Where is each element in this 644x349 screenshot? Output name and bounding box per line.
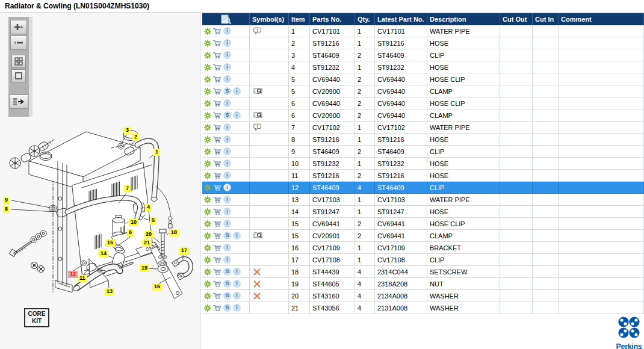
supersession-icon[interactable]: S: [223, 232, 231, 239]
add-gear-icon[interactable]: [204, 220, 211, 227]
table-row-item-7[interactable]: i!7CV171021CV17102WATER PIPE: [202, 122, 644, 134]
cart-icon[interactable]: [213, 292, 221, 300]
supersession-icon[interactable]: S: [223, 87, 231, 95]
info-icon[interactable]: i: [233, 87, 241, 95]
info-icon[interactable]: i: [223, 135, 231, 143]
cart-icon[interactable]: [213, 123, 221, 131]
add-gear-icon[interactable]: [204, 256, 211, 264]
table-row-item-10[interactable]: i10ST912321ST91232HOSE: [202, 158, 644, 170]
callout-label-3[interactable]: 3: [124, 127, 131, 134]
add-gear-icon[interactable]: [204, 40, 211, 47]
callout-label-16[interactable]: 16: [152, 283, 162, 291]
info-icon[interactable]: i: [223, 220, 231, 227]
cart-icon[interactable]: [213, 39, 221, 47]
supersession-icon[interactable]: S: [223, 268, 231, 276]
cart-icon[interactable]: [213, 184, 221, 191]
info-icon[interactable]: i: [223, 51, 231, 59]
catalog-book-magnifier-icon[interactable]: [253, 111, 262, 119]
table-row-item-6[interactable]: i6CV694402CV69440HOSE CLIP: [202, 97, 644, 110]
not-available-x-icon[interactable]: [253, 280, 261, 288]
callout-label-20[interactable]: 20: [144, 231, 153, 238]
table-row-item-4[interactable]: i4ST912321ST91232HOSE: [202, 61, 644, 73]
info-icon[interactable]: i: [223, 256, 231, 264]
callout-label-18[interactable]: 18: [169, 229, 179, 236]
info-icon[interactable]: i: [223, 196, 231, 203]
callout-label-19[interactable]: 19: [140, 265, 149, 272]
cart-icon[interactable]: [213, 171, 221, 179]
add-gear-icon[interactable]: [204, 64, 211, 71]
cart-icon[interactable]: [213, 111, 221, 119]
table-row-item-2[interactable]: i2ST912161ST91216HOSE: [202, 37, 644, 49]
add-gear-icon[interactable]: [204, 268, 211, 276]
table-row-item-18[interactable]: Si18ST4443942314C044SETSCREW: [202, 266, 644, 278]
table-row-item-20[interactable]: Si20ST4316042134A008WASHER: [202, 290, 644, 302]
cart-icon[interactable]: [213, 280, 221, 288]
supersession-icon[interactable]: S: [223, 280, 231, 288]
info-icon[interactable]: i: [223, 123, 231, 131]
info-icon[interactable]: i: [223, 208, 231, 215]
cart-icon[interactable]: [213, 208, 221, 215]
supersession-icon[interactable]: S: [223, 304, 231, 312]
add-gear-icon[interactable]: [204, 112, 211, 119]
info-icon[interactable]: i: [223, 159, 231, 167]
table-row-item-11[interactable]: i11ST912162ST91216HOSE: [202, 170, 644, 182]
table-row-item-1[interactable]: i!1CV171011CV17101WATER PIPE: [202, 25, 644, 37]
callout-label-10[interactable]: 10: [129, 219, 138, 226]
table-row-item-5[interactable]: i5CV694402CV69440HOSE CLIP: [202, 73, 644, 85]
cart-icon[interactable]: [213, 63, 221, 71]
table-row-item-6[interactable]: Si6CV209002CV69440CLAMP: [202, 110, 644, 122]
add-gear-icon[interactable]: [204, 52, 211, 59]
info-icon[interactable]: i: [233, 111, 241, 119]
supersession-icon[interactable]: S: [223, 111, 231, 119]
cart-icon[interactable]: [213, 304, 221, 312]
callout-label-4[interactable]: 4: [145, 204, 152, 211]
add-gear-icon[interactable]: [204, 304, 211, 312]
note-balloon-icon[interactable]: !: [253, 27, 261, 36]
table-row-item-9[interactable]: i9ST464092ST46409CLIP: [202, 146, 644, 158]
callout-label-12[interactable]: 12: [68, 271, 78, 278]
callout-label-13[interactable]: 13: [105, 288, 114, 295]
callout-label-7[interactable]: 7: [124, 185, 131, 193]
callout-label-15[interactable]: 15: [105, 239, 115, 247]
add-gear-icon[interactable]: [204, 148, 211, 155]
info-icon[interactable]: i: [223, 147, 231, 155]
supersession-icon[interactable]: S: [223, 292, 231, 300]
table-row-item-15[interactable]: i15CV694412CV69441HOSE CLIP: [202, 218, 644, 230]
add-gear-icon[interactable]: [204, 76, 211, 83]
add-gear-icon[interactable]: [204, 160, 211, 167]
callout-label-1[interactable]: 1: [153, 149, 160, 156]
cart-icon[interactable]: [213, 87, 221, 95]
info-icon[interactable]: i: [223, 171, 231, 179]
info-icon[interactable]: i: [223, 75, 231, 83]
add-gear-icon[interactable]: [204, 172, 211, 179]
table-row-item-19[interactable]: Si19ST4460542318A208NUT: [202, 278, 644, 290]
cart-icon[interactable]: [213, 147, 221, 155]
table-row-item-13[interactable]: i13CV171031CV17103WATER PIPE: [202, 194, 644, 206]
tile-view-button[interactable]: [11, 55, 26, 68]
catalog-book-magnifier-icon[interactable]: [253, 232, 262, 239]
catalog-book-magnifier-icon[interactable]: [253, 87, 262, 95]
callout-label-11[interactable]: 11: [78, 275, 87, 282]
cart-icon[interactable]: [213, 196, 221, 203]
table-row-item-3[interactable]: i3ST464092ST46409CLIP: [202, 49, 644, 61]
zoom-in-button[interactable]: [10, 20, 27, 34]
table-row-item-14[interactable]: i14ST912471ST91247HOSE: [202, 206, 644, 218]
add-gear-icon[interactable]: [204, 280, 211, 288]
callout-label-2[interactable]: 2: [132, 134, 139, 141]
cart-icon[interactable]: [213, 159, 221, 167]
table-row-item-21[interactable]: Si21ST4305642131A008WASHER: [202, 302, 644, 314]
add-gear-icon[interactable]: [204, 208, 211, 215]
cart-icon[interactable]: [213, 220, 221, 227]
note-balloon-icon[interactable]: !: [253, 123, 261, 132]
cart-icon[interactable]: [213, 232, 221, 239]
zoom-out-button[interactable]: [10, 36, 27, 50]
not-available-x-icon[interactable]: [253, 292, 261, 300]
add-gear-icon[interactable]: [204, 28, 211, 35]
info-icon[interactable]: i: [233, 232, 241, 239]
add-gear-icon[interactable]: [204, 184, 211, 191]
table-row-item-17[interactable]: i17CV171081CV17108CLIP: [202, 254, 644, 266]
info-icon[interactable]: i: [223, 244, 231, 252]
info-icon[interactable]: i: [223, 184, 231, 191]
not-available-x-icon[interactable]: [253, 268, 261, 276]
cart-icon[interactable]: [213, 27, 221, 35]
